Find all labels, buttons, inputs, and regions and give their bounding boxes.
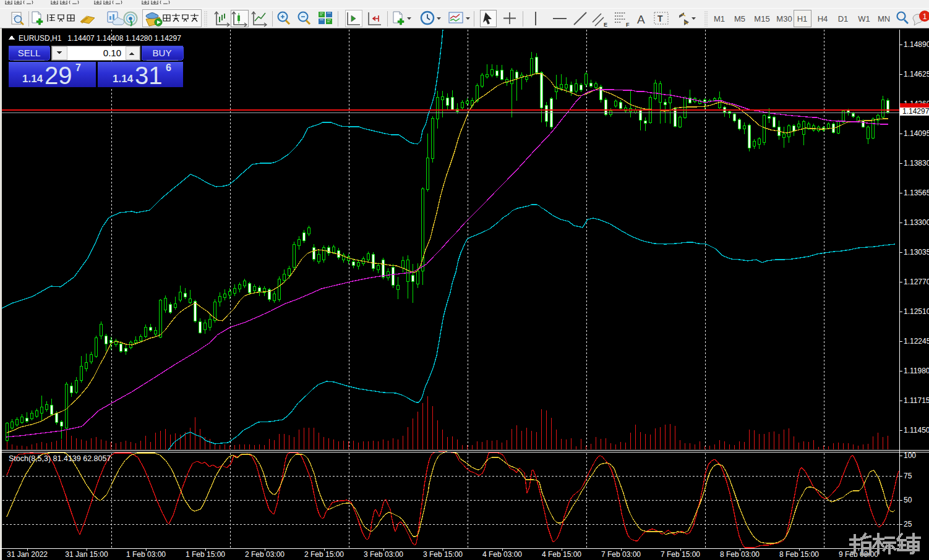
svg-text:50: 50 [904,496,912,504]
svg-text:MN: MN [878,14,890,23]
svg-text:H4: H4 [818,14,828,23]
svg-text:9 Feb 03:00: 9 Feb 03:00 [839,550,878,559]
svg-text:1.13830: 1.13830 [904,159,929,168]
svg-text:2 Feb 15:00: 2 Feb 15:00 [304,550,344,559]
svg-text:8 Feb 03:00: 8 Feb 03:00 [720,550,760,559]
svg-text:4 Feb 03:00: 4 Feb 03:00 [482,550,522,559]
svg-text:0.10: 0.10 [103,48,121,58]
svg-text:1.12245: 1.12245 [904,337,929,346]
svg-text:6: 6 [166,62,171,73]
svg-text:100: 100 [904,451,916,460]
svg-text:BUY: BUY [153,48,172,58]
svg-text:W1: W1 [858,14,870,23]
svg-text:7 Feb 15:00: 7 Feb 15:00 [661,550,700,559]
svg-text:T: T [657,14,663,23]
svg-text:7 Feb 03:00: 7 Feb 03:00 [601,550,641,559]
svg-text:M15: M15 [754,14,769,23]
svg-text:1.11715: 1.11715 [904,396,929,405]
svg-text:1.14890: 1.14890 [904,40,929,49]
svg-text:E: E [604,22,607,28]
svg-text:Stoch(8,5,3) 81.4139 62.8057: Stoch(8,5,3) 81.4139 62.8057 [9,454,111,463]
svg-text:F: F [626,22,630,28]
svg-text:1.13300: 1.13300 [904,218,929,227]
svg-text:D1: D1 [838,14,849,23]
svg-text:31 Jan 15:00: 31 Jan 15:00 [65,550,108,559]
svg-text:1.14625: 1.14625 [904,70,929,78]
svg-text:75: 75 [904,472,912,480]
svg-text:1.12770: 1.12770 [904,278,929,286]
svg-text:1 Feb 15:00: 1 Feb 15:00 [186,550,225,559]
svg-text:1.13565: 1.13565 [904,189,929,197]
svg-text:3 Feb 15:00: 3 Feb 15:00 [423,550,463,559]
svg-text:8 Feb 15:00: 8 Feb 15:00 [779,550,819,559]
svg-text:M1: M1 [714,14,725,23]
svg-text:1.12510: 1.12510 [904,307,929,316]
svg-text:4 Feb 15:00: 4 Feb 15:00 [542,550,581,559]
svg-text:1.13035: 1.13035 [904,248,929,257]
svg-text:1 Feb 03:00: 1 Feb 03:00 [126,550,166,559]
svg-text:M5: M5 [734,14,745,23]
svg-text:31 Jan 2022: 31 Jan 2022 [7,550,48,559]
svg-text:EURUSD,H1 1.14407 1.14408 1.: EURUSD,H1 1.14407 1.14408 1.14280 1.1429… [19,34,181,43]
svg-text:H1: H1 [797,14,808,23]
svg-text:1.11450: 1.11450 [904,426,929,435]
svg-text:1.14095: 1.14095 [904,129,929,138]
svg-text:25: 25 [904,520,912,528]
svg-text:31: 31 [135,62,163,89]
svg-text:SELL: SELL [18,48,41,58]
svg-text:1.11980: 1.11980 [904,367,929,375]
svg-text:2 Feb 03:00: 2 Feb 03:00 [245,550,285,559]
svg-text:29: 29 [45,62,72,89]
svg-text:7: 7 [75,62,81,73]
svg-text:M30: M30 [776,14,792,23]
svg-text:3 Feb 03:00: 3 Feb 03:00 [364,550,403,559]
svg-text:A: A [637,13,645,26]
svg-text:1.14297: 1.14297 [902,107,929,116]
svg-text:1.14: 1.14 [22,73,43,85]
svg-text:1.14: 1.14 [113,73,134,85]
svg-text:1: 1 [923,12,927,21]
